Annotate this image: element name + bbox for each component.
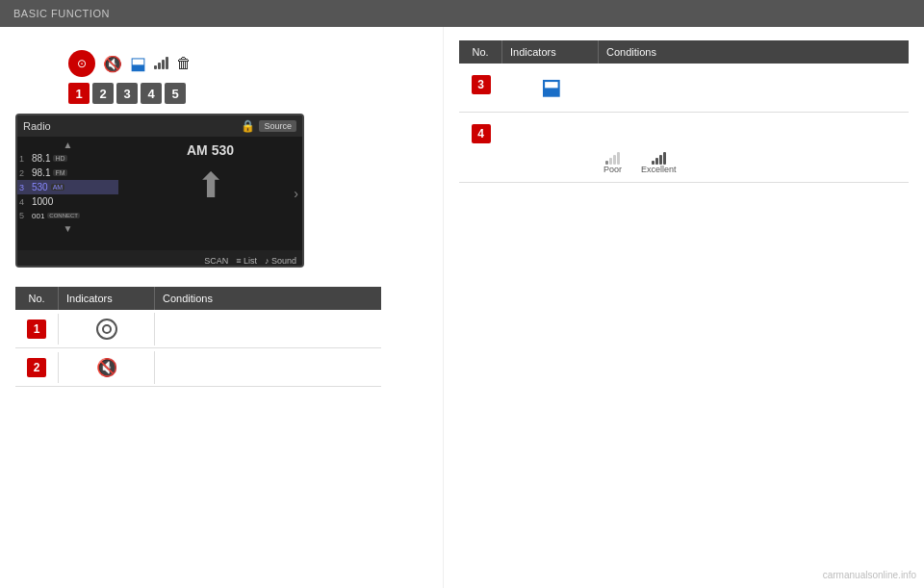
right-top-table: No. Indicators Conditions 3 ⬓ [459, 40, 909, 183]
down-arrow[interactable]: ▼ [17, 222, 118, 235]
num-box-1: 1 [68, 83, 90, 104]
signal-poor: Poor [603, 151, 622, 174]
right-th-conditions: Conditions [599, 40, 909, 64]
num-badge-4: 4 [472, 124, 491, 143]
mute-indicator: 🔇 [96, 357, 117, 378]
signal-group: Poor Excellent [603, 151, 677, 174]
sound-button[interactable]: ♪ Sound [265, 256, 296, 266]
radio-title: Radio [23, 120, 51, 132]
circle-icon: ⊙ [68, 50, 95, 77]
list-button[interactable]: ≡ List [236, 256, 257, 266]
main-content: ⊙ 🔇 ⬓ 🗑 1 2 3 4 5 Radio [0, 27, 924, 588]
left-th-no: No. [15, 287, 59, 310]
radio-controls: 🔒 Source [241, 119, 296, 133]
right-td-conditions-3 [599, 71, 909, 79]
radio-main: AM 530 ⬆ › [118, 137, 302, 250]
station-item-5[interactable]: 5 001 CONNECT [17, 209, 118, 222]
radio-header: Radio 🔒 Source [17, 115, 302, 137]
num-badge-1: 1 [27, 320, 46, 339]
radio-body: ▲ 1 88.1 HD 2 98.1 FM 3 530 AM [17, 137, 302, 250]
right-th-no: No. [459, 40, 502, 64]
poor-signal-bars [605, 151, 620, 165]
excellent-label: Excellent [641, 165, 677, 174]
left-bottom-table: No. Indicators Conditions 1 2 [15, 287, 381, 387]
td-no-2: 2 [15, 352, 59, 383]
right-table-row-3: 3 ⬓ [459, 64, 909, 113]
poor-label: Poor [603, 165, 622, 174]
num-box-2: 2 [92, 83, 114, 104]
station-item-1[interactable]: 1 88.1 HD [17, 151, 118, 166]
am-freq: AM 530 [187, 142, 234, 158]
table-row-1: 1 [15, 310, 381, 348]
lock-icon: 🔒 [241, 119, 255, 133]
source-button[interactable]: Source [259, 120, 296, 132]
right-td-no-4: 4 [459, 120, 502, 147]
right-td-conditions-4 [599, 120, 909, 147]
right-column: No. Indicators Conditions 3 ⬓ [443, 27, 924, 588]
radio-footer: SCAN ≡ List ♪ Sound [17, 250, 302, 268]
scan-button[interactable]: SCAN [204, 256, 228, 266]
signal-visual: ⬆ [182, 162, 240, 210]
signal-icon-top [154, 54, 168, 73]
station-item-4[interactable]: 4 1000 [17, 194, 118, 209]
right-td-no-3: 3 [459, 71, 502, 98]
left-table-header: No. Indicators Conditions [15, 287, 381, 310]
excellent-signal-bars [652, 151, 666, 165]
table-row-2: 2 🔇 [15, 348, 381, 387]
numbered-boxes: 1 2 3 4 5 [68, 83, 427, 104]
station-item-3[interactable]: 3 530 AM [17, 180, 118, 194]
left-column: ⊙ 🔇 ⬓ 🗑 1 2 3 4 5 Radio [0, 27, 443, 588]
bluetooth-icon-top: ⬓ [130, 53, 146, 74]
num-box-4: 4 [141, 83, 162, 104]
top-bar: BASIC FUNCTION [0, 0, 924, 27]
left-th-conditions: Conditions [155, 287, 381, 310]
num-box-3: 3 [116, 83, 138, 104]
right-table-header: No. Indicators Conditions [459, 40, 909, 64]
top-bar-title: BASIC FUNCTION [13, 8, 110, 19]
battery-icon: 🗑 [176, 55, 192, 72]
watermark: carmanualsonline.info [823, 570, 916, 580]
td-indicator-1 [59, 313, 155, 345]
num-badge-2: 2 [27, 358, 46, 377]
up-arrow[interactable]: ▲ [17, 139, 118, 151]
chevron-right-icon[interactable]: › [294, 186, 298, 201]
td-indicator-2: 🔇 [59, 351, 155, 384]
station-item-2[interactable]: 2 98.1 FM [17, 166, 118, 180]
num-badge-3: 3 [472, 75, 491, 94]
left-th-indicators: Indicators [59, 287, 155, 310]
signal-excellent: Excellent [641, 151, 677, 174]
td-no-1: 1 [15, 314, 59, 345]
num-box-5: 5 [165, 83, 186, 104]
right-td-indicator-3: ⬓ [502, 71, 599, 104]
mute-icon: 🔇 [103, 55, 122, 73]
circle-indicator [96, 319, 117, 340]
right-td-indicator-4 [502, 120, 599, 147]
right-th-indicators: Indicators [502, 40, 599, 64]
station-list: ▲ 1 88.1 HD 2 98.1 FM 3 530 AM [17, 137, 118, 250]
radio-display: Radio 🔒 Source ▲ 1 88.1 HD 2 98.1 [15, 114, 304, 268]
bluetooth-indicator: ⬓ [541, 75, 561, 100]
td-conditions-1 [155, 323, 381, 335]
right-table-row-4: 4 Poor [459, 113, 909, 183]
td-conditions-2 [155, 362, 381, 373]
right-row-4-top: 4 [459, 120, 909, 147]
icons-row: ⊙ 🔇 ⬓ 🗑 [68, 50, 427, 77]
